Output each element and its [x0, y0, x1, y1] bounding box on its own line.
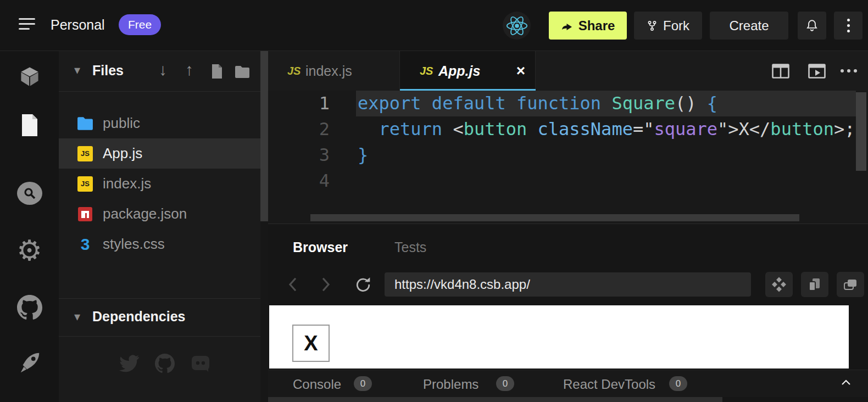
file-name: public: [103, 115, 140, 132]
tab-browser[interactable]: Browser: [293, 239, 348, 255]
devtools-panel: Browser Tests: [268, 224, 868, 402]
file-row-appjs[interactable]: JS App.js: [59, 138, 260, 169]
section-divider: [59, 298, 260, 299]
dependencies-section-title[interactable]: Dependencies: [92, 309, 186, 325]
editor-horizontal-scrollbar[interactable]: [310, 214, 799, 221]
refresh-icon[interactable]: [355, 276, 371, 295]
javascript-file-icon: JS: [77, 146, 93, 162]
problems-count-badge: 0: [496, 376, 514, 391]
panel-scrollbar-thumb[interactable]: [260, 51, 268, 221]
code-line[interactable]: 3}: [268, 142, 868, 168]
top-header: Personal Free Share Fo: [0, 0, 868, 51]
bottom-scrollbar-track: [268, 397, 868, 402]
console-count-badge: 0: [354, 376, 372, 391]
workspace-name[interactable]: Personal: [51, 17, 105, 33]
javascript-file-icon: JS: [287, 65, 301, 77]
new-file-icon[interactable]: [210, 64, 224, 81]
editor-tabbar: JS index.js JS App.js ×: [268, 51, 868, 91]
code-editor[interactable]: 1export default function Square() {2 ret…: [268, 91, 868, 224]
plan-badge: Free: [119, 14, 161, 35]
tab-appjs[interactable]: JS App.js ×: [400, 51, 536, 91]
file-explorer-icon[interactable]: [0, 111, 59, 139]
bottom-scrollbar-thumb[interactable]: [268, 397, 722, 402]
css-file-icon: 3: [77, 236, 93, 253]
discord-icon[interactable]: [190, 353, 212, 375]
devtools-diamonds-button[interactable]: [765, 272, 793, 297]
line-number: 1: [268, 91, 356, 116]
back-icon[interactable]: [286, 276, 300, 295]
file-name: index.js: [103, 175, 151, 192]
code-line-content: [356, 170, 358, 191]
code-lines: 1export default function Square() {2 ret…: [268, 91, 868, 194]
settings-gear-icon[interactable]: ⚙: [0, 236, 59, 265]
split-view-icon[interactable]: [772, 64, 789, 81]
activity-rail: ⚙: [0, 51, 59, 402]
file-explorer-panel: ▾ Files ↓ ↑ public JS App.js JS index.js: [59, 51, 260, 402]
file-row-indexjs[interactable]: JS index.js: [59, 169, 260, 199]
preview-square-button[interactable]: X: [292, 325, 330, 362]
codesandbox-app: Personal Free Share Fo: [0, 0, 868, 402]
tab-label: App.js: [438, 63, 480, 79]
search-icon[interactable]: [0, 179, 59, 208]
more-options-button[interactable]: [834, 12, 863, 40]
line-number: 3: [268, 142, 356, 168]
file-row-packagejson[interactable]: package.json: [59, 199, 260, 229]
file-name: styles.css: [103, 236, 165, 253]
files-section-header[interactable]: ▾ Files ↓ ↑: [59, 51, 260, 92]
file-name: package.json: [103, 205, 187, 222]
javascript-file-icon: JS: [77, 176, 93, 192]
dots-vertical-icon: [847, 19, 850, 21]
chevron-down-icon: ▾: [74, 63, 80, 77]
fork-button[interactable]: Fork: [634, 12, 702, 40]
tab-console[interactable]: Console: [293, 377, 341, 392]
upload-icon[interactable]: ↑: [185, 62, 193, 78]
share-arrow-icon: [561, 20, 573, 31]
code-line[interactable]: 2 return <button className="square">X</b…: [268, 116, 868, 142]
folder-icon: [77, 115, 93, 132]
code-line-content: return <button className="square">X</but…: [356, 119, 855, 139]
files-section-title: Files: [92, 63, 124, 79]
github-icon[interactable]: [0, 293, 59, 322]
responsive-preview-button[interactable]: [801, 272, 828, 297]
file-row-stylescss[interactable]: 3 styles.css: [59, 229, 260, 259]
fork-icon: [647, 19, 658, 32]
new-folder-icon[interactable]: [235, 65, 250, 80]
code-line[interactable]: 1export default function Square() {: [268, 91, 868, 116]
code-line[interactable]: 4: [268, 168, 868, 194]
tab-tests[interactable]: Tests: [394, 239, 426, 255]
javascript-file-icon: JS: [420, 65, 433, 77]
github-icon[interactable]: [154, 353, 176, 375]
console-bar: Console 0 Problems 0 React DevTools 0: [268, 370, 868, 397]
more-actions-icon[interactable]: [841, 69, 857, 72]
npm-file-icon: [77, 206, 93, 222]
share-button[interactable]: Share: [549, 12, 627, 40]
code-line-content: }: [356, 144, 368, 165]
tab-label: index.js: [305, 63, 352, 79]
twitter-icon[interactable]: [118, 353, 140, 375]
tab-indexjs[interactable]: JS index.js: [268, 51, 400, 91]
tab-problems[interactable]: Problems: [423, 377, 478, 392]
tab-react-devtools[interactable]: React DevTools: [563, 377, 655, 392]
menu-hamburger-icon[interactable]: [19, 18, 36, 32]
panel-resize-handle[interactable]: [260, 51, 268, 402]
forward-icon[interactable]: [319, 276, 333, 295]
open-in-new-window-button[interactable]: [837, 272, 864, 297]
react-devtools-count-badge: 0: [669, 376, 687, 391]
url-input[interactable]: [385, 272, 751, 297]
code-line-content: export default function Square() {: [356, 93, 717, 114]
file-row-public[interactable]: public: [59, 108, 260, 138]
sandbox-cube-icon[interactable]: [0, 63, 59, 91]
create-button[interactable]: Create: [710, 12, 788, 40]
deploy-rocket-icon[interactable]: [0, 348, 59, 377]
main-area: JS index.js JS App.js × 1export default …: [268, 51, 868, 402]
editor-vertical-scrollbar[interactable]: [856, 92, 866, 171]
close-tab-icon[interactable]: ×: [516, 63, 525, 79]
line-number: 4: [268, 168, 356, 194]
download-icon[interactable]: ↓: [159, 62, 167, 78]
section-divider: [59, 336, 260, 337]
notifications-button[interactable]: [798, 12, 826, 40]
chevron-up-icon[interactable]: [841, 378, 852, 388]
preview-window-icon[interactable]: [808, 64, 826, 81]
bell-icon: [805, 18, 819, 33]
line-number: 2: [268, 116, 356, 142]
